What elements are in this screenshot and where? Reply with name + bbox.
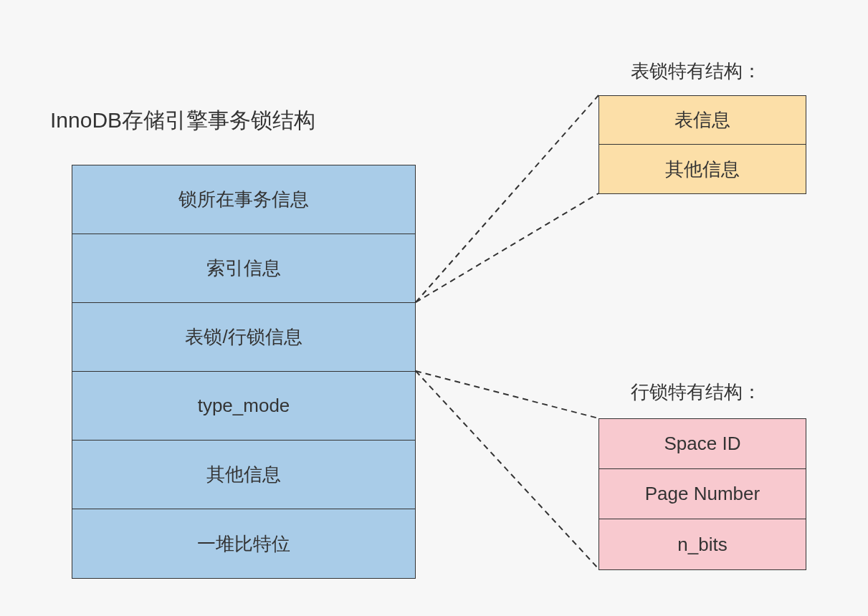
rowlock-row: Space ID bbox=[599, 419, 806, 469]
rowlock-row: Page Number bbox=[599, 469, 806, 519]
main-row: 锁所在事务信息 bbox=[72, 165, 415, 234]
table-lock-title: 表锁特有结构： bbox=[631, 59, 761, 84]
main-row: 索引信息 bbox=[72, 234, 415, 303]
main-row: 表锁/行锁信息 bbox=[72, 303, 415, 372]
diagram-stage: InnoDB存储引擎事务锁结构 表锁特有结构： 行锁特有结构： 锁所在事务信息 … bbox=[0, 0, 868, 616]
main-row: type_mode bbox=[72, 372, 415, 441]
svg-line-0 bbox=[416, 95, 598, 302]
rowlock-row: n_bits bbox=[599, 519, 806, 569]
main-row: 一堆比特位 bbox=[72, 509, 415, 578]
table-lock-structure: 表信息 其他信息 bbox=[598, 95, 806, 194]
svg-line-1 bbox=[416, 193, 598, 302]
main-lock-structure: 锁所在事务信息 索引信息 表锁/行锁信息 type_mode 其他信息 一堆比特… bbox=[72, 165, 416, 579]
main-title: InnoDB存储引擎事务锁结构 bbox=[50, 106, 315, 135]
table-row: 其他信息 bbox=[599, 145, 806, 193]
table-row: 表信息 bbox=[599, 96, 806, 145]
svg-line-2 bbox=[416, 371, 598, 418]
row-lock-title: 行锁特有结构： bbox=[631, 380, 761, 405]
main-row: 其他信息 bbox=[72, 441, 415, 509]
row-lock-structure: Space ID Page Number n_bits bbox=[598, 418, 806, 570]
svg-line-3 bbox=[416, 371, 598, 569]
